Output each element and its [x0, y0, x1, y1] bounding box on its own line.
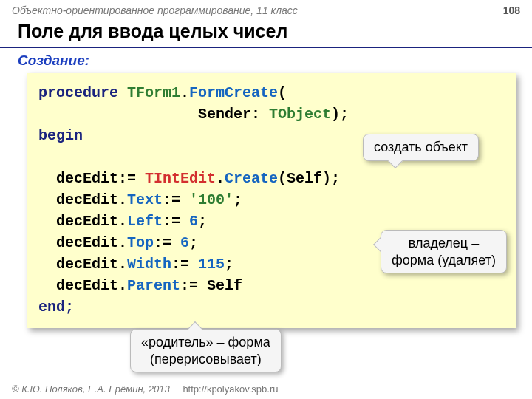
prop-text: Text	[127, 191, 163, 208]
kw-procedure: procedure	[38, 84, 118, 101]
callout-owner: владелец – форма (удаляет)	[381, 230, 507, 273]
callout-create-object: создать объект	[363, 134, 479, 161]
section-subhead: Создание:	[0, 48, 532, 70]
method-create: Create	[225, 170, 278, 187]
class-tintedit: TIntEdit	[145, 170, 216, 187]
prop-top: Top	[127, 234, 154, 251]
slide-footer: © К.Ю. Поляков, Е.А. Ерёмин, 2013 http:/…	[12, 383, 278, 395]
slide-header: Объектно-ориентированное программировани…	[0, 0, 532, 18]
class-tform1: TForm1	[127, 84, 180, 101]
prop-width: Width	[127, 256, 171, 273]
code-block: procedure TForm1.FormCreate( Sender: TOb…	[27, 73, 516, 328]
page-number: 108	[503, 4, 520, 16]
prop-left: Left	[127, 213, 163, 230]
kw-begin: begin	[38, 127, 83, 144]
callout-parent: «родитель» – форма (перерисовывает)	[130, 329, 282, 372]
prop-parent: Parent	[127, 277, 180, 294]
method-formcreate: FormCreate	[189, 84, 278, 101]
type-tobject: TObject	[269, 106, 331, 123]
kw-end: end;	[38, 299, 74, 316]
footer-url: http://kpolyakov.spb.ru	[183, 383, 278, 395]
course-label: Объектно-ориентированное программировани…	[12, 4, 298, 16]
code-area: procedure TForm1.FormCreate( Sender: TOb…	[27, 73, 516, 328]
copyright-text: © К.Ю. Поляков, Е.А. Ерёмин, 2013	[12, 383, 170, 395]
page-title: Поле для ввода целых чисел	[0, 18, 532, 48]
